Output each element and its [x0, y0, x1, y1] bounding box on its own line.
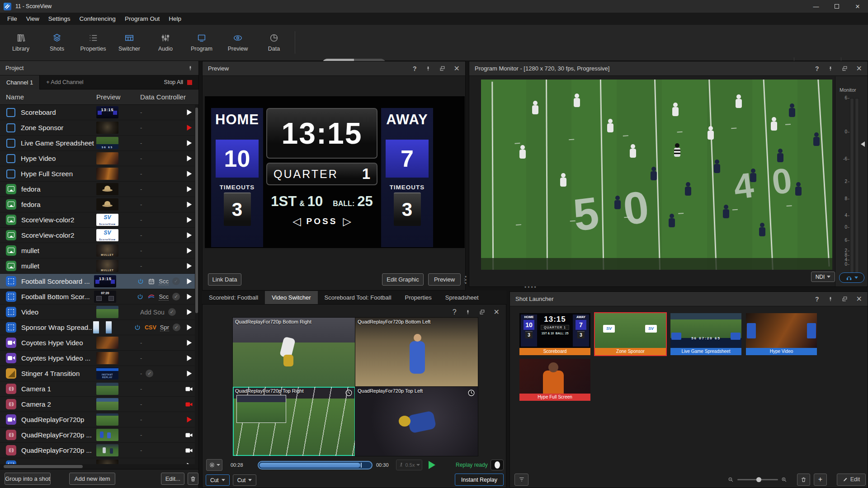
table-row[interactable]: Video Add Sou✓ — [0, 305, 198, 320]
minimize-button[interactable]: — — [806, 0, 826, 13]
table-row[interactable]: Coyotes Hype Video - — [0, 335, 198, 351]
table-row[interactable]: QuadReplayFor720p ... - — [0, 427, 198, 443]
data-controller-value[interactable]: Scc — [159, 278, 169, 285]
pin-icon[interactable] — [465, 310, 471, 315]
table-row[interactable]: ScoreView-color2 ScoreView - — [0, 228, 198, 243]
row-checkbox[interactable] — [6, 154, 15, 163]
close-icon[interactable]: ✕ — [494, 308, 500, 316]
table-row[interactable]: mullet MULLET - — [0, 243, 198, 258]
shot-hype-video[interactable]: Hype Video — [746, 313, 817, 355]
row-play-button[interactable] — [185, 262, 193, 270]
tab-channel-1[interactable]: Channel 1 — [0, 75, 40, 89]
toolbar-library-button[interactable]: Library — [3, 28, 39, 57]
clock-icon[interactable] — [345, 389, 353, 397]
table-row[interactable]: Stinger 4 Transition INSTANT REPLAY -✓ — [0, 366, 198, 381]
power-icon[interactable] — [134, 324, 141, 331]
row-play-button[interactable] — [185, 308, 193, 316]
pin-icon[interactable] — [828, 66, 833, 71]
pin-icon[interactable] — [188, 66, 193, 71]
help-icon[interactable]: ? — [453, 308, 457, 316]
edit-graphic-button[interactable]: Edit Graphic — [382, 273, 424, 286]
tab-spreadsheet[interactable]: Spreadsheet — [439, 291, 486, 304]
monitor-volume-slider[interactable] — [861, 141, 865, 147]
table-row[interactable]: Hype Video - — [0, 151, 198, 166]
toolbar-switcher-button[interactable]: Switcher — [111, 28, 147, 57]
replay-tile[interactable]: QuadReplayFor720p Top Right — [233, 387, 355, 456]
menu-view[interactable]: View — [22, 13, 44, 25]
data-controller-value[interactable]: Scc — [159, 293, 169, 300]
row-play-button[interactable] — [185, 370, 193, 377]
thumbnail-size-slider[interactable] — [737, 479, 778, 480]
row-play-button[interactable] — [185, 339, 193, 347]
toolbar-audio-button[interactable]: Audio — [147, 28, 184, 57]
help-icon[interactable]: ? — [413, 65, 417, 72]
row-play-button[interactable] — [185, 201, 193, 208]
tab-video-switcher[interactable]: Video Switcher — [265, 291, 317, 304]
toolbar-properties-button[interactable]: Properties — [75, 28, 111, 57]
delete-shot-button[interactable] — [797, 474, 810, 486]
power-icon[interactable] — [137, 278, 144, 285]
tab-scoreboard-tool-football[interactable]: Scoreboard Tool: Football — [318, 291, 398, 304]
row-checkbox[interactable] — [6, 108, 15, 117]
row-checkbox[interactable] — [6, 123, 15, 132]
menu-conferencing[interactable]: Conferencing — [75, 13, 120, 25]
preview-graphic-button[interactable]: Preview — [428, 273, 461, 286]
toolbar-program-button[interactable]: Program — [184, 28, 220, 57]
vertical-scrollbar[interactable] — [195, 105, 198, 488]
replay-tile[interactable]: QuadReplayFor720p Top Left — [355, 387, 478, 456]
transition-b-dropdown[interactable]: Cut — [233, 474, 257, 486]
table-row[interactable]: Scoreboard 13:15 - — [0, 105, 198, 120]
add-channel-button[interactable]: + Add Channel — [40, 79, 90, 85]
ndi-output-dropdown[interactable]: NDI — [811, 272, 835, 282]
play-button[interactable] — [429, 461, 435, 469]
row-camera-button[interactable] — [185, 446, 193, 455]
close-icon[interactable]: ✕ — [856, 295, 862, 303]
row-camera-button[interactable] — [185, 385, 193, 393]
edit-item-button[interactable]: Edit... — [161, 473, 184, 485]
row-checkbox[interactable] — [6, 139, 15, 148]
row-play-button[interactable] — [185, 416, 193, 423]
table-row[interactable]: Sponsor Wrap Spread... CSVSpr✓ — [0, 320, 198, 335]
shot-scoreboard[interactable]: HOME103 13:15QUARTER 11ST & 10 BALL: 25 … — [519, 313, 590, 355]
table-row[interactable]: Hype Full Screen - — [0, 166, 198, 182]
row-play-button[interactable] — [185, 185, 193, 193]
toolbar-data-button[interactable]: Data — [256, 28, 292, 57]
row-camera-button[interactable] — [185, 431, 193, 439]
table-row[interactable]: Camera 1 - — [0, 381, 198, 397]
tab-properties[interactable]: Properties — [398, 291, 439, 304]
menu-help[interactable]: Help — [164, 13, 186, 25]
replay-tile[interactable]: QuadReplayFor720p Bottom Right — [233, 318, 355, 387]
row-play-button[interactable] — [185, 324, 193, 331]
row-checkbox[interactable] — [6, 169, 15, 178]
table-row[interactable]: Coyotes Hype Video ... - — [0, 351, 198, 366]
row-play-button[interactable] — [185, 293, 193, 300]
toolbar-shots-button[interactable]: Shots — [39, 28, 75, 57]
popout-icon[interactable] — [439, 66, 445, 71]
shot-zone-sponsor[interactable]: Zone Sponsor — [595, 313, 666, 355]
replay-tile[interactable]: QuadReplayFor720p Bottom Left — [355, 318, 478, 387]
data-controller-value[interactable]: Spr — [160, 324, 169, 331]
table-row[interactable]: Football Scoreboard ... 13:15 Scc✓ — [0, 274, 198, 289]
pin-icon[interactable] — [425, 66, 431, 71]
row-play-button[interactable] — [185, 354, 193, 362]
row-play-button[interactable] — [185, 124, 193, 131]
table-row[interactable]: QuadReplayFor720p - — [0, 412, 198, 427]
table-row[interactable]: fedora - — [0, 197, 198, 212]
row-play-button[interactable] — [185, 170, 193, 178]
shot-live-game-spreadsheet[interactable]: 56 07:20 65 Live Game Spreadsheet — [670, 313, 741, 355]
replay-progress-bar[interactable] — [258, 461, 373, 469]
menu-file[interactable]: File — [3, 13, 22, 25]
row-camera-button[interactable] — [185, 400, 193, 408]
delete-item-button[interactable] — [188, 473, 198, 485]
horizontal-scrollbar[interactable] — [0, 464, 195, 469]
table-row[interactable]: Camera 2 - — [0, 397, 198, 412]
close-button[interactable]: ✕ — [847, 0, 868, 13]
playback-speed-dropdown[interactable]: 0.5x — [396, 460, 422, 470]
row-play-button[interactable] — [185, 216, 193, 224]
table-row[interactable]: mullet MULLET - — [0, 258, 198, 274]
menu-settings[interactable]: Settings — [44, 13, 75, 25]
table-row[interactable]: fedora - — [0, 182, 198, 197]
row-play-button[interactable] — [185, 108, 193, 116]
maximize-button[interactable] — [826, 0, 847, 13]
panel-resize-handle[interactable]: •••• — [524, 284, 538, 291]
